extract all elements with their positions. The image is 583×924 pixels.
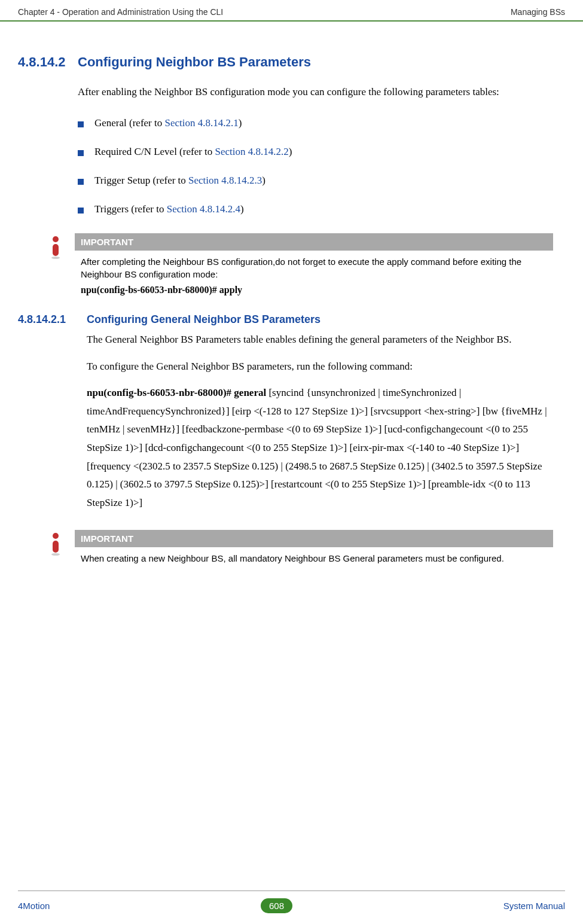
svg-point-3 [53,533,59,539]
subsection-number: 4.8.14.2.1 [18,313,87,326]
list-item: Trigger Setup (refer to Section 4.8.14.2… [78,175,553,187]
list-text: Triggers (refer to Section 4.8.14.2.4) [94,203,244,215]
important-label: IMPORTANT [75,530,553,547]
svg-rect-1 [53,244,59,256]
section-link[interactable]: Section 4.8.14.2.2 [215,146,289,157]
section-link[interactable]: Section 4.8.14.2.3 [188,175,262,186]
header-left: Chapter 4 - Operation and Administration… [18,7,223,17]
important-label: IMPORTANT [75,233,553,251]
footer-divider [18,891,565,891]
svg-point-5 [51,553,60,556]
subsection-heading: 4.8.14.2.1 Configuring General Neighbor … [18,313,553,326]
page-content: 4.8.14.2 Configuring Neighbor BS Paramet… [0,54,583,568]
list-item: Required C/N Level (refer to Section 4.8… [78,146,553,158]
important-body: When creating a new Neighbour BS, all ma… [75,547,553,568]
page-footer: 4Motion 608 System Manual [0,898,583,913]
list-text: Required C/N Level (refer to Section 4.8… [94,146,292,158]
page-number: 608 [261,898,292,913]
paragraph: To configure the General Neighbor BS par… [87,358,553,376]
list-text: Trigger Setup (refer to Section 4.8.14.2… [94,175,265,187]
subsection-title: Configuring General Neighbor BS Paramete… [87,313,321,326]
bullet-icon [78,179,84,185]
paragraph: The General Neighbor BS Parameters table… [87,331,553,349]
list-item: Triggers (refer to Section 4.8.14.2.4) [78,203,553,215]
section-heading: 4.8.14.2 Configuring Neighbor BS Paramet… [18,54,553,70]
important-content: IMPORTANT When creating a new Neighbour … [75,530,553,568]
header-right: Managing BSs [511,7,565,17]
command-block: npu(config-bs-66053-nbr-68000)# general … [87,384,553,512]
section-title: Configuring Neighbor BS Parameters [78,54,311,70]
important-icon [36,530,75,556]
command-args: [syncind {unsynchronized | timeSynchroni… [87,387,547,508]
important-body: After completing the Neighbour BS config… [75,251,553,283]
svg-point-2 [51,257,60,259]
important-callout: IMPORTANT After completing the Neighbour… [36,233,553,298]
svg-point-0 [53,236,59,242]
command-bold: npu(config-bs-66053-nbr-68000)# general [87,387,266,398]
important-command: npu(config-bs-66053-nbr-68000)# apply [75,283,553,298]
important-icon [36,233,75,260]
footer-left: 4Motion [18,901,50,911]
important-content: IMPORTANT After completing the Neighbour… [75,233,553,298]
svg-rect-4 [53,541,59,553]
bullet-icon [78,208,84,214]
section-intro: After enabling the Neighbor BS configura… [78,82,553,102]
list-text: General (refer to Section 4.8.14.2.1) [94,117,242,129]
bullet-icon [78,150,84,156]
subsection-body: The General Neighbor BS Parameters table… [87,331,553,376]
section-number: 4.8.14.2 [18,54,78,70]
list-item: General (refer to Section 4.8.14.2.1) [78,117,553,129]
page-header: Chapter 4 - Operation and Administration… [0,0,583,22]
section-link[interactable]: Section 4.8.14.2.1 [165,117,239,129]
bullet-list: General (refer to Section 4.8.14.2.1) Re… [78,117,553,215]
bullet-icon [78,121,84,127]
footer-right: System Manual [503,901,565,911]
important-callout: IMPORTANT When creating a new Neighbour … [36,530,553,568]
section-link[interactable]: Section 4.8.14.2.4 [167,203,240,215]
